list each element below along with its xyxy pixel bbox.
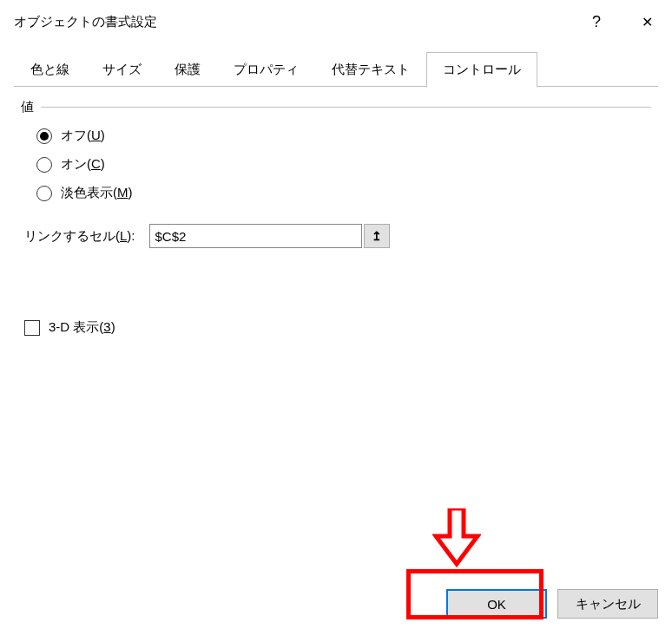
- tab-properties[interactable]: プロパティ: [217, 52, 315, 88]
- 3d-shading-checkbox[interactable]: 3-D 表示(3): [24, 319, 651, 336]
- tab-control[interactable]: コントロール: [426, 52, 537, 88]
- radio-on-label: オン(C): [61, 156, 105, 173]
- ok-button[interactable]: OK: [446, 589, 547, 619]
- 3d-shading-label: 3-D 表示(3): [49, 319, 115, 336]
- close-button[interactable]: ✕: [622, 0, 672, 43]
- radio-mixed-label: 淡色表示(M): [61, 185, 133, 201]
- radio-icon: [36, 186, 52, 201]
- radio-on[interactable]: オン(C): [36, 156, 651, 173]
- range-picker-button[interactable]: ↥: [364, 224, 390, 248]
- radio-icon: [36, 157, 52, 173]
- radio-off[interactable]: オフ(U): [36, 128, 651, 144]
- tab-bar: 色と線 サイズ 保護 プロパティ 代替テキスト コントロール: [14, 52, 672, 88]
- tab-color-line[interactable]: 色と線: [14, 52, 86, 88]
- radio-off-label: オフ(U): [61, 128, 105, 144]
- tab-size[interactable]: サイズ: [86, 52, 158, 88]
- tab-protection[interactable]: 保護: [158, 52, 217, 88]
- checkbox-icon: [24, 320, 40, 336]
- cell-link-label: リンクするセル(L):: [24, 228, 135, 245]
- tab-alt-text[interactable]: 代替テキスト: [315, 52, 426, 88]
- radio-mixed[interactable]: 淡色表示(M): [36, 185, 651, 201]
- radio-icon: [36, 128, 52, 144]
- value-group-label: 値: [21, 99, 651, 115]
- help-button[interactable]: ?: [571, 0, 622, 43]
- cell-link-input[interactable]: [149, 224, 362, 248]
- dialog-title: オブジェクトの書式設定: [14, 14, 571, 30]
- cancel-button[interactable]: キャンセル: [557, 589, 658, 619]
